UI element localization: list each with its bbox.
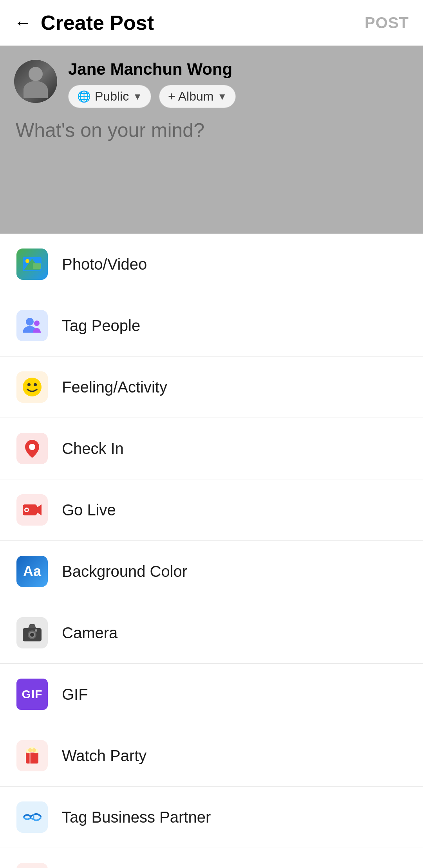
compose-input[interactable]: What's on your mind? (14, 119, 409, 142)
menu-item-check-in[interactable]: Check In (0, 418, 423, 479)
public-label: Public (95, 89, 129, 104)
header: ← Create Post POST (0, 0, 423, 46)
feeling-activity-label: Feeling/Activity (62, 378, 167, 396)
background-color-icon: Aa (16, 556, 48, 587)
bgcolor-text: Aa (23, 563, 41, 580)
svg-point-6 (26, 318, 34, 326)
svg-point-7 (34, 321, 40, 326)
background-color-label: Background Color (62, 563, 187, 580)
check-in-icon (16, 433, 48, 464)
watch-party-icon (16, 740, 48, 771)
gif-text: GIF (22, 688, 43, 701)
globe-icon: 🌐 (77, 90, 91, 103)
camera-icon (16, 617, 48, 648)
post-button[interactable]: POST (365, 14, 409, 32)
avatar (14, 60, 57, 103)
svg-point-28 (32, 748, 36, 752)
menu-item-feeling-activity[interactable]: Feeling/Activity (0, 357, 423, 418)
menu-item-photo-video[interactable]: Photo/Video (0, 234, 423, 295)
menu-item-tag-people[interactable]: Tag People (0, 295, 423, 357)
menu-item-background-color[interactable]: Aa Background Color (0, 541, 423, 602)
svg-point-27 (28, 748, 32, 752)
menu-item-camera[interactable]: Camera (0, 602, 423, 664)
svg-point-11 (29, 444, 35, 450)
compose-area: Jane Manchun Wong 🌐 Public ▼ + Album ▼ W… (0, 46, 423, 234)
photo-video-icon (16, 249, 48, 280)
svg-point-3 (25, 259, 29, 263)
username-label: Jane Manchun Wong (68, 60, 236, 79)
header-left: ← Create Post (14, 11, 154, 34)
menu-item-gif[interactable]: GIF GIF (0, 664, 423, 725)
svg-marker-13 (37, 504, 42, 515)
menu-item-go-live[interactable]: Go Live (0, 479, 423, 541)
menu-item-watch-party[interactable]: Watch Party (0, 725, 423, 787)
svg-point-19 (30, 633, 34, 637)
album-chevron-icon: ▼ (217, 91, 227, 102)
avatar-image (14, 60, 57, 103)
gif-icon: GIF (16, 679, 48, 710)
menu-item-tag-business[interactable]: Tag Business Partner (0, 787, 423, 848)
menu-item-recommendations[interactable]: Ask for Recommendations (0, 848, 423, 868)
watch-party-label: Watch Party (62, 747, 146, 765)
gif-label: GIF (62, 686, 88, 703)
tag-business-label: Tag Business Partner (62, 809, 211, 826)
photo-video-label: Photo/Video (62, 256, 147, 273)
album-label: + Album (168, 89, 214, 104)
menu-list: Photo/Video Tag People Feeling/Activity (0, 234, 423, 868)
go-live-label: Go Live (62, 501, 116, 519)
svg-rect-23 (29, 753, 31, 764)
svg-point-10 (34, 383, 37, 386)
check-in-label: Check In (62, 440, 124, 457)
svg-point-15 (25, 509, 28, 511)
feeling-icon (16, 371, 48, 403)
page-title: Create Post (41, 11, 154, 34)
chevron-down-icon: ▼ (133, 91, 142, 102)
svg-point-20 (35, 629, 37, 632)
user-info: Jane Manchun Wong 🌐 Public ▼ + Album ▼ (68, 60, 236, 108)
back-button[interactable]: ← (14, 14, 31, 31)
pills-row: 🌐 Public ▼ + Album ▼ (68, 85, 236, 108)
svg-point-9 (27, 383, 31, 386)
tag-people-label: Tag People (62, 317, 140, 335)
user-row: Jane Manchun Wong 🌐 Public ▼ + Album ▼ (14, 60, 409, 108)
camera-label: Camera (62, 624, 118, 642)
svg-point-8 (23, 378, 42, 396)
album-pill[interactable]: + Album ▼ (159, 85, 236, 108)
public-pill[interactable]: 🌐 Public ▼ (68, 85, 151, 108)
go-live-icon (16, 494, 48, 526)
svg-marker-5 (33, 263, 41, 269)
tag-business-icon (16, 801, 48, 833)
recommendations-icon (16, 863, 48, 868)
tag-people-icon (16, 310, 48, 341)
